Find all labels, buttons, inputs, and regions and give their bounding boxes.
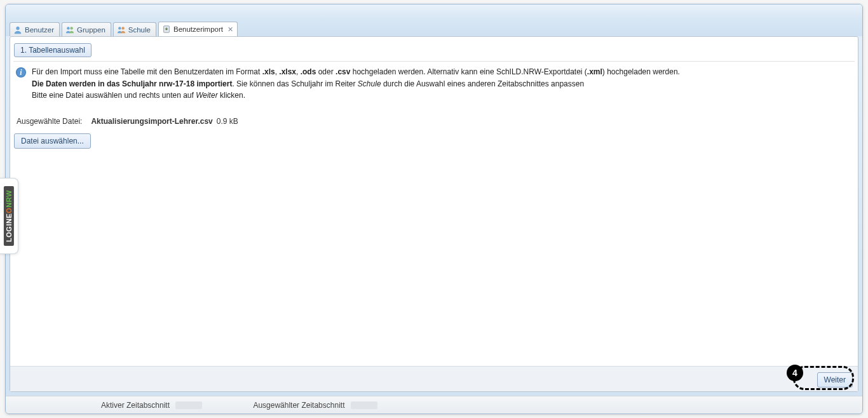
people-icon [65,25,74,34]
svg-point-2 [70,27,72,29]
selected-file-row: Ausgewählte Datei: Aktualisierungsimport… [17,117,238,126]
status-selected: Ausgewählter Zeitabschnitt [253,401,377,410]
import-icon [162,25,171,34]
status-active-value [175,401,202,409]
app-window: Benutzer Gruppen Schule Benutzerimport ✕… [5,4,863,414]
info-block: i Für den Import muss eine Tabelle mit d… [15,66,680,102]
step-badge[interactable]: 1. Tabellenauswahl [14,43,92,57]
status-selected-value [351,401,377,409]
divider [13,61,855,62]
annotation-badge: 4 [787,365,803,381]
selected-file-label: Ausgewählte Datei: [17,117,82,126]
people-icon [117,25,126,34]
logineo-side-tab[interactable]: LOGINEONRW [0,178,18,254]
person-icon [13,25,22,34]
tab-benutzer[interactable]: Benutzer [10,22,60,36]
tab-label: Schule [128,26,151,34]
tab-gruppen[interactable]: Gruppen [62,22,111,36]
close-icon[interactable]: ✕ [227,25,234,33]
svg-point-1 [67,27,69,29]
info-text: Für den Import muss eine Tabelle mit den… [32,66,680,102]
svg-point-3 [118,27,121,29]
next-button[interactable]: Weiter [817,372,853,388]
svg-point-0 [16,26,19,29]
tab-label: Benutzer [25,26,54,34]
svg-point-4 [121,27,124,29]
selected-file-name: Aktualisierungsimport-Lehrer.csv [91,117,212,126]
tab-label: Gruppen [77,26,105,34]
choose-file-button[interactable]: Datei auswählen... [14,133,91,149]
tab-bar: Benutzer Gruppen Schule Benutzerimport ✕ [6,21,862,36]
tab-benutzerimport[interactable]: Benutzerimport ✕ [158,22,238,36]
status-active: Aktiver Zeitabschnitt [101,401,202,410]
info-icon: i [15,67,27,78]
tab-label: Benutzerimport [173,25,223,33]
selected-file-size: 0.9 kB [217,117,238,126]
header-strip [6,4,862,21]
action-bar: 4 Weiter [10,366,858,391]
logineo-label: LOGINEONRW [4,186,14,246]
tab-schule[interactable]: Schule [113,22,156,36]
content-panel: 1. Tabellenauswahl i Für den Import muss… [10,36,858,392]
status-bar: Aktiver Zeitabschnitt Ausgewählter Zeita… [6,396,862,414]
